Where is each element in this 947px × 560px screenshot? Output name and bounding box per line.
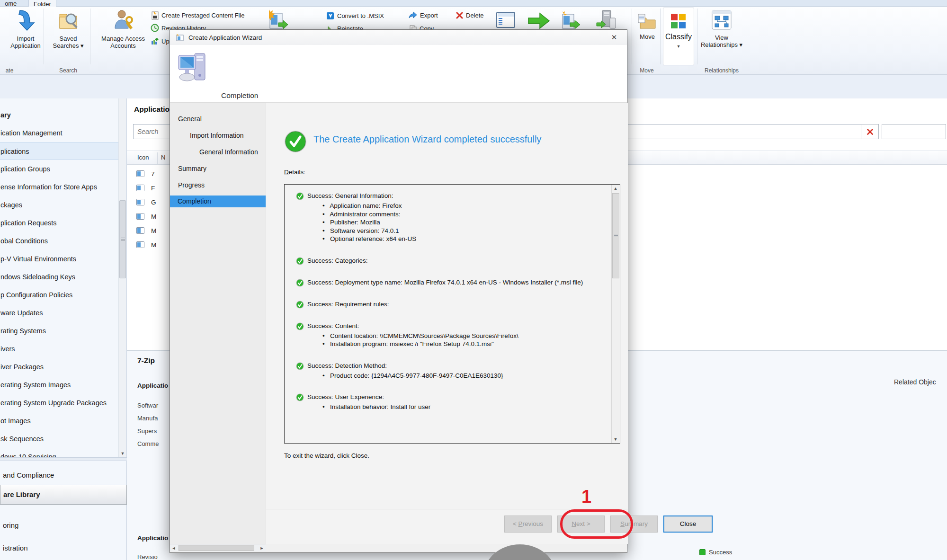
tree-item-app-configuration-policies[interactable]: p Configuration Policies [0, 286, 118, 304]
scrollbar-grip-icon [121, 238, 125, 241]
wizard-main: The Create Application Wizard completed … [266, 103, 628, 544]
details-bullet: Content location: \\CMMEMCM\Sources\Pack… [322, 332, 606, 340]
wizard-titlebar[interactable]: Create Application Wizard ✕ [170, 30, 627, 45]
list-item-name: M [151, 227, 156, 234]
success-legend-icon [699, 549, 706, 555]
column-icon[interactable]: Icon [137, 154, 149, 161]
export-button[interactable]: Export [408, 11, 438, 19]
tree-item-application-requests[interactable]: plication Requests [0, 214, 118, 232]
move-button[interactable]: Move [635, 11, 659, 40]
tree-scrollbar[interactable]: ‹ ▼ [118, 98, 126, 457]
list-item[interactable]: M [127, 209, 170, 223]
wizard-hscrollbar-thumb[interactable] [179, 545, 254, 551]
navigation-pane: ary ication Management plications plicat… [0, 98, 127, 560]
view-relationships-button[interactable]: View Relationships ▾ [700, 9, 743, 48]
ribbon-separator [90, 9, 90, 64]
details-bullet: Optional reference: x64 en-US [322, 235, 606, 243]
details-scrollbar-thumb[interactable] [612, 193, 619, 278]
ribbon-group-create: ate [0, 67, 19, 74]
delete-icon [456, 11, 464, 19]
related-objects-header: Related Objec [894, 378, 936, 386]
workspace-splitter[interactable] [0, 457, 127, 461]
scroll-right-icon[interactable]: ► [258, 544, 266, 552]
tree-item-sideloading-keys[interactable]: ndows Sideloading Keys [0, 268, 118, 286]
details-box: Success: General Information: Applicatio… [284, 184, 620, 444]
delete-button[interactable]: Delete [456, 11, 484, 19]
details-section: Success: Categories: [296, 257, 606, 265]
scroll-up-icon[interactable]: ▲ [612, 185, 619, 192]
saved-searches-label: Saved Searches ▾ [47, 35, 89, 49]
list-item[interactable]: G [127, 195, 170, 209]
tree-item-os-images[interactable]: erating System Images [0, 376, 118, 394]
manage-access-accounts-button[interactable]: Manage Access Accounts [92, 9, 154, 49]
classify-label: Classify [663, 33, 694, 41]
workspace-monitoring[interactable]: oring [0, 517, 127, 534]
wizard-nav-general[interactable]: General [178, 115, 202, 123]
ribbon-group-relationships: Relationships [699, 67, 744, 74]
tree-item-license-information[interactable]: ense Information for Store Apps [0, 178, 118, 196]
saved-searches-button[interactable]: Saved Searches ▾ [47, 9, 89, 49]
tree-item-global-conditions[interactable]: obal Conditions [0, 232, 118, 250]
workspace-software-library[interactable]: are Library [0, 485, 127, 505]
import-application-icon [14, 9, 37, 32]
ribbon-group-search: Search [47, 67, 89, 74]
annotation-highlight-circle [560, 509, 633, 539]
tree-scrollbar-thumb[interactable] [119, 200, 126, 278]
tree-item-operating-systems[interactable]: rating Systems [0, 322, 118, 340]
tree-item-software-updates[interactable]: ware Updates [0, 304, 118, 322]
tree-item-appv-environments[interactable]: p-V Virtual Environments [0, 250, 118, 268]
tree-item-task-sequences[interactable]: sk Sequences [0, 430, 118, 448]
workspace-administration[interactable]: istration [0, 540, 127, 557]
list-item[interactable]: F [127, 181, 170, 195]
wizard-nav-progress[interactable]: Progress [178, 181, 205, 189]
tree-item-windows10-servicing[interactable]: dows 10 Servicing [0, 448, 118, 457]
previous-button[interactable]: < Previous [504, 516, 552, 533]
wizard-nav-completion[interactable]: Completion [170, 196, 266, 207]
details-section-title: Success: General Information: [307, 192, 393, 199]
clear-search-button[interactable] [861, 124, 879, 139]
scroll-down-icon[interactable]: ▼ [612, 436, 619, 443]
tree-item-application-groups[interactable]: plication Groups [0, 160, 118, 178]
wizard-page-title: Completion [221, 91, 258, 100]
tree-item-applications[interactable]: plications [0, 142, 118, 160]
details-section: Success: Content: Content location: \\CM… [296, 322, 606, 348]
close-button[interactable]: Close [663, 516, 713, 533]
list-item-name: 7 [151, 170, 155, 178]
import-application-button[interactable]: Import Application [4, 9, 47, 49]
create-application-wizard-dialog: Create Application Wizard ✕ Completion [170, 29, 627, 553]
list-item[interactable]: M [127, 238, 170, 252]
move-folder-icon [636, 11, 658, 30]
tree-item-packages[interactable]: ckages [0, 196, 118, 214]
list-item[interactable]: 7 [127, 167, 170, 181]
details-section: Success: Detection Method: Product code:… [296, 362, 606, 380]
wizard-close-icon[interactable]: ✕ [607, 33, 621, 42]
tree-item-application-management[interactable]: ication Management [0, 124, 118, 142]
details-section-title: Success: Detection Method: [307, 362, 387, 369]
classify-button[interactable]: Classify [663, 8, 694, 65]
window-icon [495, 10, 517, 30]
wizard-nav-summary[interactable]: Summary [178, 165, 206, 172]
convert-to-msix-button[interactable]: Convert to .MSIX [326, 11, 384, 20]
wizard-nav-general-information[interactable]: General Information [199, 148, 258, 156]
scroll-left-icon[interactable]: ◄ [170, 544, 178, 552]
tree-item-os-upgrade-packages[interactable]: erating System Upgrade Packages [0, 394, 118, 412]
tree-item-drivers[interactable]: ivers [0, 340, 118, 358]
ribbon-separator [660, 9, 661, 64]
details-scrollbar[interactable]: ▲ ▼ [611, 185, 620, 443]
classify-icon [669, 12, 688, 31]
search-button[interactable] [882, 124, 946, 139]
scroll-down-icon[interactable]: ▼ [119, 450, 126, 457]
column-name[interactable]: N [161, 154, 165, 161]
create-prestaged-content-file-button[interactable]: Create Prestaged Content File [151, 10, 245, 20]
wizard-nav-import-information[interactable]: Import Information [190, 132, 244, 139]
update-statistics-button[interactable]: Up [151, 37, 170, 45]
tree-item-software-library-root[interactable]: ary [0, 106, 118, 124]
workspace-assets-and-compliance[interactable]: and Compliance [0, 467, 127, 484]
details-bullet: Installation behavior: Install for user [322, 403, 606, 411]
list-item[interactable]: M [127, 223, 170, 238]
annotation-step-number: 1 [581, 487, 591, 507]
details-bullet: Application name: Firefox [322, 202, 606, 210]
tree-item-boot-images[interactable]: ot Images [0, 412, 118, 430]
wizard-horizontal-scrollbar[interactable]: ◄ ► [170, 544, 266, 551]
tree-item-driver-packages[interactable]: iver Packages [0, 358, 118, 376]
